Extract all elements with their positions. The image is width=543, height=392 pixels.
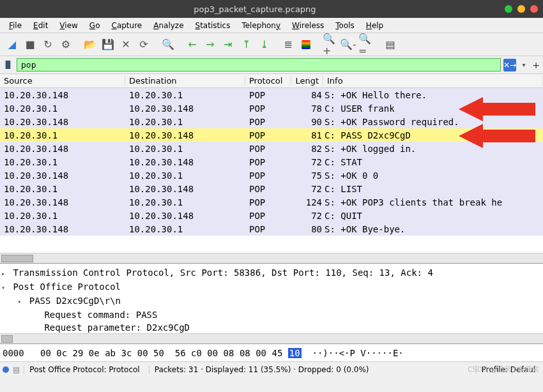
minimize-button[interactable] xyxy=(505,5,512,13)
zoom-reset-button[interactable]: 🔍= xyxy=(358,36,374,53)
status-packet-stats: Packets: 31 · Displayed: 11 (35.5%) · Dr… xyxy=(149,365,472,374)
packet-row[interactable]: 10.20.30.110.20.30.148POP78 C: USER fran… xyxy=(0,102,543,115)
go-last-button[interactable]: ⤓ xyxy=(256,36,272,53)
save-file-button[interactable]: 💾 xyxy=(100,36,116,53)
packet-bytes-pane[interactable]: 0000 00 0c 29 0e ab 3c 00 50 56 c0 00 08… xyxy=(0,343,543,361)
column-header-length[interactable]: Lengt xyxy=(291,76,323,86)
menu-file[interactable]: File xyxy=(4,20,27,31)
packet-details-pane[interactable]: ▸ Transmission Control Protocol, Src Por… xyxy=(0,263,543,333)
open-file-button[interactable]: 📂 xyxy=(82,36,98,53)
status-bar: ▤ Post Office Protocol: Protocol Packets… xyxy=(0,361,543,377)
resize-columns-button[interactable]: ▤ xyxy=(382,36,399,53)
menu-analyze[interactable]: Analyze xyxy=(148,20,188,31)
packet-row[interactable]: 10.20.30.110.20.30.148POP72 C: LIST xyxy=(0,182,543,195)
packet-row[interactable]: 10.20.30.14810.20.30.1POP80 S: +OK Bye-b… xyxy=(0,222,543,236)
close-file-button[interactable]: ✕ xyxy=(118,36,134,53)
hex-selected-byte: 10 xyxy=(288,348,302,358)
menu-statistics[interactable]: Statistics xyxy=(190,20,236,31)
display-filter-bar: ▉ ✕→ ▾ + xyxy=(0,56,543,74)
capture-options-button[interactable]: ⚙ xyxy=(57,36,74,53)
menu-edit[interactable]: Edit xyxy=(28,20,53,31)
filter-history-button[interactable]: ▾ xyxy=(519,61,529,68)
window-titlebar: pop3_packet_capture.pcapng xyxy=(0,0,543,18)
packet-row[interactable]: 10.20.30.14810.20.30.1POP124 S: +OK POP3… xyxy=(0,195,543,209)
packet-row[interactable]: 10.20.30.14810.20.30.1POP90 S: +OK Passw… xyxy=(0,115,543,128)
column-header-source[interactable]: Source xyxy=(0,76,125,86)
menu-telephony[interactable]: Telephony xyxy=(236,20,286,31)
close-button[interactable] xyxy=(530,5,538,13)
hex-ascii: ··)··<·P V·····E· xyxy=(302,348,404,358)
detail-pass-line[interactable]: ▾ PASS D2xc9CgD\r\n xyxy=(1,294,542,308)
detail-pop-line[interactable]: ▾ Post Office Protocol xyxy=(1,280,542,294)
packet-row[interactable]: 10.20.30.14810.20.30.1POP82 S: +OK logge… xyxy=(0,142,543,155)
packet-row[interactable]: 10.20.30.110.20.30.148POP72 C: QUIT xyxy=(0,209,543,222)
column-header-destination[interactable]: Destination xyxy=(125,76,245,86)
packet-row[interactable]: 10.20.30.110.20.30.148POP72 C: STAT xyxy=(0,155,543,169)
find-packet-button[interactable]: 🔍 xyxy=(160,36,176,53)
menu-tools[interactable]: Tools xyxy=(330,20,360,31)
auto-scroll-button[interactable]: ≣ xyxy=(280,36,296,53)
packet-list-hscroll[interactable] xyxy=(0,253,543,263)
packet-list-pane: Source Destination Protocol Lengt Info 1… xyxy=(0,74,543,253)
colorize-button[interactable] xyxy=(298,36,314,53)
main-toolbar: ◢ ■ ↻ ⚙ 📂 💾 ✕ ⟳ 🔍 ← → ⇥ ⤒ ⤓ ≣ 🔍+ 🔍- 🔍= ▤ xyxy=(0,33,543,56)
hex-bytes: 00 0c 29 0e ab 3c 00 50 56 c0 00 08 08 0… xyxy=(40,348,288,358)
packet-row[interactable]: 10.20.30.14810.20.30.1POP75 S: +OK 0 0 xyxy=(0,169,543,182)
start-capture-button[interactable]: ◢ xyxy=(4,36,20,53)
hex-offset: 0000 xyxy=(3,348,24,358)
add-filter-button[interactable]: + xyxy=(532,60,540,70)
display-filter-input[interactable] xyxy=(17,58,501,72)
menu-view[interactable]: View xyxy=(54,20,82,31)
details-hscroll[interactable] xyxy=(0,333,543,343)
stop-capture-button[interactable]: ■ xyxy=(22,36,38,53)
packet-list-header: Source Destination Protocol Lengt Info xyxy=(0,74,543,88)
zoom-in-button[interactable]: 🔍+ xyxy=(322,36,339,53)
go-to-packet-button[interactable]: ⇥ xyxy=(220,36,236,53)
window-controls xyxy=(505,5,538,13)
go-back-button[interactable]: ← xyxy=(184,36,201,53)
menu-help[interactable]: Help xyxy=(361,20,388,31)
packet-row[interactable]: 10.20.30.14810.20.30.1POP84 S: +OK Hello… xyxy=(0,88,543,102)
menu-bar: File Edit View Go Capture Analyze Statis… xyxy=(0,18,543,33)
clear-filter-button[interactable]: ✕→ xyxy=(503,59,516,72)
menu-wireless[interactable]: Wireless xyxy=(287,20,329,31)
detail-req-cmd[interactable]: Request command: PASS xyxy=(1,308,542,321)
detail-req-param[interactable]: Request parameter: D2xc9CgD xyxy=(1,321,542,333)
zoom-out-button[interactable]: 🔍- xyxy=(340,36,356,53)
status-field: Post Office Protocol: Protocol xyxy=(24,365,144,374)
menu-capture[interactable]: Capture xyxy=(106,20,147,31)
packet-row[interactable]: 10.20.30.110.20.30.148POP81 C: PASS D2xc… xyxy=(0,128,543,142)
packet-list-body[interactable]: 10.20.30.14810.20.30.1POP84 S: +OK Hello… xyxy=(0,88,543,236)
column-header-protocol[interactable]: Protocol xyxy=(245,76,291,86)
go-forward-button[interactable]: → xyxy=(202,36,218,53)
reload-button[interactable]: ⟳ xyxy=(135,36,152,53)
expert-info-icon[interactable] xyxy=(3,366,9,373)
column-header-info[interactable]: Info xyxy=(323,76,543,86)
bookmark-filter-icon[interactable]: ▉ xyxy=(3,59,14,71)
menu-go[interactable]: Go xyxy=(84,20,105,31)
detail-tcp-line[interactable]: ▸ Transmission Control Protocol, Src Por… xyxy=(1,266,542,280)
go-first-button[interactable]: ⤒ xyxy=(238,36,254,53)
capture-file-props-icon[interactable]: ▤ xyxy=(13,365,20,374)
restart-capture-button[interactable]: ↻ xyxy=(40,36,56,53)
status-profile[interactable]: Profile: Defaul xyxy=(476,365,540,374)
maximize-button[interactable] xyxy=(517,5,525,13)
window-title: pop3_packet_capture.pcapng xyxy=(5,4,505,14)
